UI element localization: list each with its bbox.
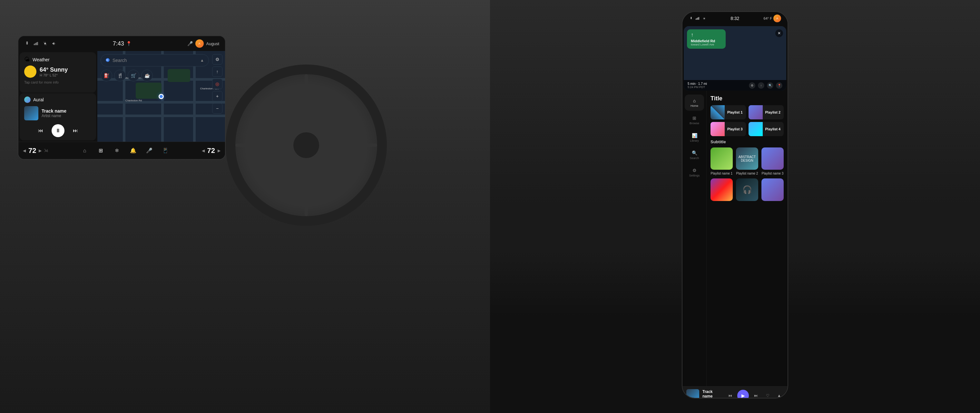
climate-nav-button[interactable]: ❄ (112, 146, 122, 156)
nav-toward: toward Lowell Ave (691, 43, 722, 46)
svg-point-4 (44, 43, 46, 45)
temp-range: H 78° L 52° (40, 73, 68, 77)
featured-playlist-2[interactable]: ABSTRACT DESIGN Playlist name 2 (736, 147, 758, 175)
next-button[interactable]: ⏭ (70, 126, 81, 136)
nav-road-h1 (684, 52, 786, 54)
svg-rect-0 (34, 44, 35, 45)
nav-road-h2 (684, 68, 786, 70)
featured-playlist-1[interactable]: Playlist name 1 (711, 147, 733, 175)
nav-close-button[interactable]: ✕ (775, 29, 783, 37)
svg-rect-14 (698, 17, 699, 20)
app-sidebar: ⌂ Home ⊞ Browse 📊 Library 🔍 Search ⚙ (682, 91, 706, 386)
nav-eta: 5 min · 1.7 mi 5:24 PM PDT (687, 82, 707, 89)
featured-playlist-6[interactable] (761, 179, 784, 201)
prev-button[interactable]: ⏮ (35, 126, 46, 136)
playlist-thumb-4 (749, 122, 763, 136)
search-sidebar-icon: 🔍 (692, 150, 697, 156)
featured-thumb-6 (761, 179, 784, 201)
player-play-button[interactable]: ▶ (737, 390, 749, 399)
featured-name-3: Playlist name 3 (761, 172, 784, 175)
coffee-poi-button[interactable]: ☕ (141, 70, 153, 81)
nav-eta-arrival: 5:24 PM PDT (687, 86, 707, 89)
playlist-item-4[interactable]: Playlist 4 (749, 122, 784, 136)
zoom-out-button[interactable]: − (212, 103, 223, 113)
pause-button[interactable]: ⏸ (52, 124, 64, 137)
svg-rect-2 (36, 43, 37, 45)
temp-info: 64° Sunny H 78° L 52° (40, 67, 68, 77)
sidebar-item-search[interactable]: 🔍 Search (685, 147, 704, 163)
track-details: Track name Artist name (41, 108, 92, 118)
shopping-poi-button[interactable]: 🛒 (128, 70, 139, 81)
compass-map-button[interactable]: ◎ (212, 79, 223, 89)
settings-map-button[interactable]: ⚙ (212, 54, 223, 65)
notifications-nav-button[interactable]: 🔔 (128, 146, 138, 156)
sidebar-item-settings[interactable]: ⚙ Settings (685, 164, 704, 180)
nav-location-icon[interactable]: 📍 (776, 82, 783, 89)
music-app-name: Aural (33, 97, 44, 102)
player-next-button[interactable]: ⏭ (751, 391, 760, 399)
svg-rect-1 (35, 43, 36, 45)
player-prev-button[interactable]: ⏮ (725, 391, 735, 399)
road-label-2: Charleston Rd (126, 99, 142, 102)
right-panel: ☀ 8:32 64° F A ↑ Middlefield Rd toward L… (490, 0, 980, 413)
browse-label: Browse (690, 122, 699, 125)
featured-thumb-3 (761, 147, 784, 170)
food-poi-button[interactable]: 🍴 (114, 70, 126, 81)
sidebar-item-library[interactable]: 📊 Library (685, 129, 704, 145)
sidebar-item-home[interactable]: ⌂ Home (685, 94, 704, 111)
track-info-row: Track name Artist name (24, 106, 92, 120)
mic-nav-button[interactable]: 🎤 (145, 146, 154, 156)
temp-down-right[interactable]: ◀ (202, 148, 205, 153)
temp-value-left: 72 (29, 147, 36, 155)
player-heart-button[interactable]: ♡ (763, 391, 772, 399)
nav-settings-icon[interactable]: ⚙ (749, 82, 755, 89)
playlist-item-1[interactable]: Playlist 1 (711, 105, 746, 120)
featured-thumb-5: 🎧 (736, 179, 758, 201)
playlist-item-2[interactable]: Playlist 2 (749, 105, 784, 120)
phone-device: ☀ 8:32 64° F A ↑ Middlefield Rd toward L… (682, 11, 788, 399)
user-name[interactable]: August (206, 41, 219, 46)
temp-up-right[interactable]: ▶ (218, 148, 221, 153)
home-nav-button[interactable]: ⌂ (80, 146, 90, 156)
zoom-in-button[interactable]: + (212, 91, 223, 101)
track-name: Track name (41, 108, 92, 113)
player-artist-name: Artist name (702, 399, 722, 399)
sidebar-item-browse[interactable]: ⊞ Browse (685, 112, 704, 128)
nav-street: Middlefield Rd (691, 39, 722, 43)
temp-down-left[interactable]: ◀ (23, 148, 26, 153)
featured-playlist-5[interactable]: 🎧 (736, 179, 758, 201)
phone-signal-icon (695, 16, 700, 21)
settings-label: Settings (689, 174, 700, 177)
nav-info-bar: 5 min · 1.7 mi 5:24 PM PDT ⚙ ↑ 🔍 📍 (684, 80, 786, 91)
status-right: 🎤 A August (187, 39, 219, 48)
temp-up-left[interactable]: ▶ (39, 148, 41, 153)
featured-playlist-3[interactable]: Playlist name 3 (761, 147, 784, 175)
phone-avatar[interactable]: A (773, 14, 781, 22)
search-input[interactable]: Search (113, 58, 197, 63)
user-avatar[interactable]: A (196, 39, 204, 48)
nav-route-icon[interactable]: ↑ (758, 82, 764, 89)
phone-status-right: 64° F A (764, 14, 781, 22)
map-area[interactable]: Amphitheatre Pkwy Charleston Rd Charlest… (97, 51, 225, 142)
apps-nav-button[interactable]: ⊞ (96, 146, 106, 156)
player-info: Track name Artist name (702, 389, 722, 399)
weather-title: Weather (33, 57, 49, 62)
search-bar[interactable]: M Search ▲ (100, 54, 209, 67)
featured-playlist-4[interactable] (711, 179, 733, 201)
nav-control-icons: ⚙ ↑ 🔍 📍 (749, 82, 783, 89)
music-widget[interactable]: Aural Track name Artist name ⏮ ⏸ ⏭ (20, 93, 96, 140)
fuel-poi-button[interactable]: ⛽ (100, 70, 112, 81)
nav-search-nav-icon[interactable]: 🔍 (767, 82, 773, 89)
collapse-icon: ▲ (200, 58, 204, 62)
playlist-name-4: Playlist 4 (765, 127, 781, 131)
playlist-item-3[interactable]: Playlist 3 (711, 122, 746, 136)
playlist-name-3: Playlist 3 (727, 127, 743, 131)
location-icon: 📍 (126, 41, 132, 46)
route-map-button[interactable]: ↑ (212, 67, 223, 77)
nav-location (761, 29, 764, 32)
featured-name-1: Playlist name 1 (711, 172, 733, 175)
weather-widget[interactable]: 🌤 Weather 64° Sunny H 78° L 52° Tap card… (20, 52, 96, 92)
section-subtitle: Subtitle (711, 139, 784, 144)
player-controls: ⏮ ▶ ⏭ ♡ ▲ (725, 390, 784, 399)
phone-nav-button[interactable]: 📱 (161, 146, 170, 156)
